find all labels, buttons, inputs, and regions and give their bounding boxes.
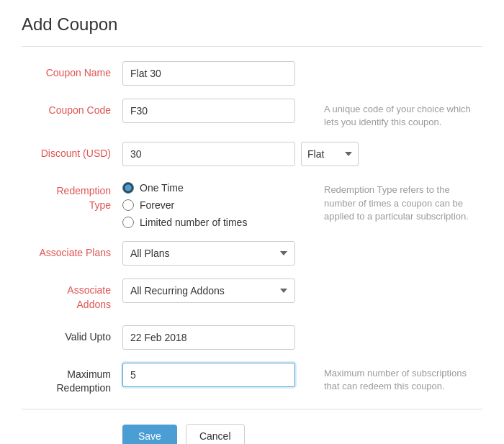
redemption-forever-label: Forever [140,199,174,211]
redemption-forever-radio[interactable] [122,199,134,211]
associate-plans-select[interactable]: All Plans Specific Plans [122,241,295,266]
coupon-name-field [122,61,315,86]
coupon-code-field [122,99,315,123]
redemption-limited-label: Limited number of times [140,217,247,228]
coupon-code-input[interactable] [122,99,295,123]
associate-plans-label: Associate Plans [22,241,122,260]
associate-plans-field: All Plans Specific Plans [122,241,315,266]
save-button[interactable]: Save [122,425,177,444]
redemption-type-hint: Redemption Type refers to the number of … [324,179,482,223]
maximum-redemption-input[interactable] [122,363,295,387]
associate-plans-row: Associate Plans All Plans Specific Plans [22,241,482,266]
page-title: Add Coupon [22,14,482,35]
redemption-type-radio-group: One Time Forever Limited number of times [122,179,315,228]
valid-upto-field [122,325,315,350]
valid-upto-input[interactable] [122,325,295,350]
cancel-button[interactable]: Cancel [186,424,245,444]
redemption-one-time-radio[interactable] [122,182,134,194]
coupon-name-label: Coupon Name [22,61,122,81]
maximum-redemption-hint: Maximum number of subscriptions that can… [324,363,482,393]
associate-addons-hint [324,278,482,283]
redemption-one-time-label: One Time [140,182,184,194]
button-row: Save Cancel [22,424,482,444]
associate-addons-row: AssociateAddons All Recurring Addons Spe… [22,278,482,312]
maximum-redemption-field [122,363,315,387]
coupon-name-row: Coupon Name [22,61,482,86]
associate-addons-label: AssociateAddons [22,278,122,312]
redemption-type-row: RedemptionType One Time Forever Limited … [22,179,482,228]
valid-upto-hint [324,325,482,330]
coupon-name-input[interactable] [122,61,295,86]
coupon-code-hint: A unique code of your choice which lets … [324,99,482,129]
valid-upto-row: Valid Upto [22,325,482,350]
page-container: Add Coupon Coupon Name Coupon Code A uni… [0,0,504,444]
discount-input[interactable] [122,142,295,166]
redemption-type-label: RedemptionType [22,179,122,212]
discount-input-row: Flat Percent [122,142,359,166]
maximum-redemption-label: MaximumRedemption [22,363,122,396]
redemption-forever-option[interactable]: Forever [122,199,315,211]
discount-label: Discount (USD) [22,142,122,161]
redemption-one-time-option[interactable]: One Time [122,182,315,194]
discount-row: Discount (USD) Flat Percent [22,142,482,166]
discount-hint [367,142,504,146]
top-divider [22,46,482,47]
bottom-divider [22,409,482,409]
associate-plans-hint [324,241,482,245]
redemption-limited-radio[interactable] [122,217,134,228]
associate-addons-select[interactable]: All Recurring Addons Specific Addons [122,278,295,303]
redemption-type-field: One Time Forever Limited number of times [122,179,315,228]
discount-field: Flat Percent [122,142,359,166]
coupon-code-row: Coupon Code A unique code of your choice… [22,99,482,129]
valid-upto-label: Valid Upto [22,325,122,345]
coupon-code-label: Coupon Code [22,99,122,118]
associate-addons-field: All Recurring Addons Specific Addons [122,278,315,303]
coupon-name-hint [324,61,482,65]
redemption-limited-option[interactable]: Limited number of times [122,217,315,228]
discount-type-select[interactable]: Flat Percent [301,142,359,166]
maximum-redemption-row: MaximumRedemption Maximum number of subs… [22,363,482,396]
